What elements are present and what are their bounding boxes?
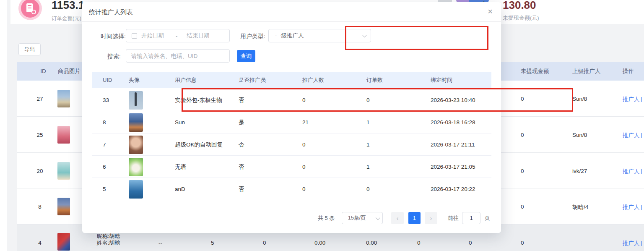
page-1-button[interactable]: 1 — [408, 212, 421, 224]
col-parent-promoter: 上级推广人 — [572, 62, 601, 81]
col-user-info: 用户信息 — [175, 72, 197, 88]
row-id: 8 — [25, 204, 55, 210]
cell: 5 — [211, 240, 214, 246]
cell: 0 — [263, 240, 266, 246]
col-product-image: 商品图片 — [58, 62, 80, 81]
col-bind-time: 绑定时间 — [431, 72, 452, 88]
product-image — [57, 90, 70, 107]
user-type-value: 一级推广人 — [275, 32, 304, 39]
end-date-placeholder: 结束日期 — [187, 32, 210, 39]
is-promoter-cell: 否 — [239, 178, 244, 200]
parent-cell: Sun/8 — [572, 132, 587, 138]
bind-time-cell: 2026-03-18 16:28 — [431, 111, 475, 133]
user-type-label: 用户类型: — [240, 33, 265, 40]
page-size-value: 15条/页 — [348, 214, 366, 222]
order-count-cell: 0 — [366, 178, 370, 200]
prev-page-button[interactable]: ‹ — [391, 212, 404, 224]
is-promoter-cell: 否 — [239, 89, 244, 111]
unwithdrawn-amount-value: 130.80 — [503, 0, 536, 12]
parent-cell: Sun/8 — [572, 96, 587, 102]
promoter-table-header: UID 头像 用户信息 是否推广员 推广人数 订单数 绑定时间 — [92, 72, 491, 88]
user-type-select[interactable]: 一级推广人 — [268, 29, 371, 42]
avatar-portrait-photo — [129, 136, 143, 154]
col-is-promoter: 是否推广员 — [239, 72, 266, 88]
unwithdrawn-cell: 0 — [521, 96, 524, 102]
query-button[interactable]: 查询 — [237, 50, 255, 62]
action-separator: | — [641, 168, 642, 174]
search-label: 搜索: — [107, 53, 121, 60]
action-separator: | — [641, 204, 642, 210]
unwithdrawn-cell: 0 — [521, 132, 524, 138]
col-id: ID — [29, 62, 58, 81]
name-text: 姓名:胡晗 — [97, 240, 120, 246]
user-name-cell: 无语 — [175, 156, 186, 178]
promote-count-cell: 0 — [302, 156, 306, 178]
is-promoter-cell: 否 — [239, 156, 244, 178]
col-uid: UID — [103, 72, 112, 88]
uid-cell: 7 — [103, 133, 106, 156]
goto-label: 前往 — [448, 212, 459, 224]
product-image — [57, 162, 70, 180]
promoter-link[interactable]: 推广人 — [623, 132, 640, 139]
total-count: 共 5 条 — [318, 212, 335, 224]
parent-cell: ivk/27 — [572, 168, 587, 174]
product-image — [57, 126, 70, 144]
time-filter-label: 时间选择: — [101, 33, 126, 40]
avatar-dusk-harbor-photo — [129, 113, 143, 132]
date-range-picker[interactable]: 开始日期 - 结束日期 — [126, 29, 230, 42]
promote-count-cell: 0 — [302, 89, 306, 111]
dialog-header: 统计推广人列表 × — [82, 2, 501, 22]
action-separator: | — [641, 240, 642, 246]
close-icon[interactable]: × — [488, 7, 493, 16]
bind-time-cell: 2026-03-17 20:22 — [431, 178, 475, 200]
user-name-cell: 超级OK的自动回复 — [175, 133, 223, 156]
page-size-select[interactable]: 15条/页 — [342, 212, 383, 224]
user-info-cell: 昵称:胡晗 姓名:胡晗 — [97, 233, 120, 246]
dialog-title: 统计推广人列表 — [89, 8, 133, 16]
uid-cell: 5 — [103, 178, 106, 200]
promoter-link[interactable]: 推广人 — [623, 204, 640, 211]
user-name-cell: 实验外包-东极生物 — [175, 89, 222, 111]
avatar-lighthouse-photo — [129, 91, 143, 110]
date-separator: - — [176, 33, 178, 39]
row-id: 25 — [25, 132, 55, 138]
promoter-link[interactable]: 推广人 — [623, 240, 640, 247]
col-unwithdrawn: 未提现金额 — [521, 62, 549, 81]
col-avatar: 头像 — [129, 72, 140, 88]
cell: 0 — [417, 240, 421, 246]
unwithdrawn-cell: 0 — [521, 204, 524, 210]
table-row: 5 anD 否 0 0 2026-03-17 20:22 — [92, 178, 491, 200]
table-row: 7 超级OK的自动回复 否 0 1 2026-03-17 21:11 — [92, 133, 491, 156]
table-row: 8 Sun 是 21 1 2026-03-18 16:28 — [92, 111, 491, 133]
promoter-link[interactable]: 推广人 — [623, 168, 640, 175]
uid-cell: 8 — [103, 111, 106, 133]
bind-time-cell: 2026-03-23 10:40 — [431, 89, 475, 111]
cell: 0.00 — [366, 240, 377, 246]
chevron-down-icon — [362, 33, 367, 37]
export-button[interactable]: 导出 — [18, 43, 41, 55]
goto-page-input[interactable] — [462, 212, 480, 224]
row-id: 4 — [25, 240, 55, 246]
parent-cell: 胡晗/4 — [572, 204, 588, 211]
screen: 1153.1 订单金额(元) 130.80 未提现金额(元) 人 导出 ID 商… — [0, 0, 644, 251]
order-amount-value: 1153.1 — [52, 0, 84, 12]
bind-time-cell: 2026-03-17 21:05 — [431, 156, 475, 178]
user-name-cell: Sun — [175, 111, 185, 133]
table-row: 6 无语 否 0 1 2026-03-17 21:05 — [92, 156, 491, 178]
is-promoter-cell: 是 — [239, 111, 244, 133]
product-image — [57, 198, 70, 215]
start-date-placeholder: 开始日期 — [141, 32, 164, 39]
order-count-cell: 1 — [366, 133, 370, 156]
bind-time-cell: 2026-03-17 21:11 — [431, 133, 475, 156]
product-image — [57, 233, 70, 251]
search-input[interactable] — [126, 49, 230, 63]
promote-count-cell: 21 — [302, 111, 309, 133]
row-id: 27 — [25, 96, 55, 102]
next-page-button[interactable]: › — [425, 212, 437, 224]
col-promote-count: 推广人数 — [302, 72, 324, 88]
calendar-icon — [132, 33, 137, 39]
promoter-link[interactable]: 推广人 — [623, 96, 640, 103]
order-count-cell: 1 — [366, 111, 370, 133]
promoter-list-dialog: 统计推广人列表 × 时间选择: 开始日期 - 结束日期 用户类型: 一级推广人 … — [82, 2, 501, 233]
avatar-sea-photo — [129, 180, 143, 199]
